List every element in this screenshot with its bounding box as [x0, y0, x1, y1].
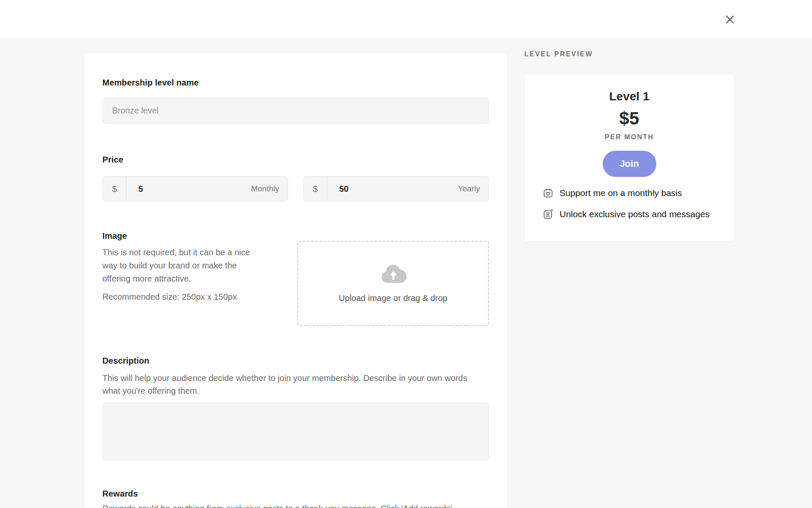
yearly-price-input[interactable]: $ 50 Yearly	[303, 176, 489, 202]
image-upload-dropzone[interactable]: Upload image or drag & drop	[297, 241, 489, 326]
dollar-sign-icon: $	[304, 177, 327, 201]
close-button[interactable]	[724, 13, 736, 26]
image-label: Image	[102, 231, 489, 241]
upload-label: Upload image or drag & drop	[339, 293, 447, 303]
membership-level-name-input[interactable]	[102, 98, 489, 124]
level-preview-card: Level 1 $5 PER MONTH Join Support me on …	[525, 75, 734, 241]
benefit-item-exclusive-posts: Unlock exclusive posts and messages	[543, 209, 716, 220]
cloud-upload-icon	[380, 264, 406, 283]
membership-level-form: Membership level name Price $ 5 Monthly …	[85, 53, 507, 508]
benefits-list: Support me on a monthly basis Unlock exc…	[525, 188, 734, 220]
modal-body: Membership level name Price $ 5 Monthly …	[0, 39, 812, 508]
yearly-period-label: Yearly	[458, 184, 488, 193]
preview-period: PER MONTH	[525, 133, 734, 141]
modal-header	[0, 0, 812, 39]
preview-level-title: Level 1	[525, 90, 734, 103]
yearly-price-value: 50	[327, 184, 348, 194]
price-label: Price	[102, 155, 489, 165]
dollar-sign-icon: $	[103, 177, 126, 201]
image-recommended-size: Recommended size: 250px x 150px	[102, 292, 272, 302]
monthly-period-label: Monthly	[251, 184, 288, 193]
monthly-price-value: 5	[126, 184, 143, 194]
benefit-text: Unlock exclusive posts and messages	[560, 209, 710, 219]
description-textarea[interactable]	[102, 403, 489, 461]
preview-price: $5	[525, 108, 734, 129]
join-button[interactable]: Join	[603, 151, 656, 177]
image-help-text: This is not required, but it can be a ni…	[102, 241, 272, 326]
benefit-text: Support me on a monthly basis	[560, 188, 682, 198]
close-icon	[724, 14, 736, 25]
calendar-heart-icon	[543, 188, 554, 199]
description-label: Description	[102, 356, 489, 366]
monthly-price-input[interactable]: $ 5 Monthly	[102, 176, 288, 202]
image-description: This is not required, but it can be a ni…	[102, 246, 264, 285]
level-preview-heading: LEVEL PREVIEW	[524, 50, 593, 58]
rewards-help-text: Rewards could be anything from exclusive…	[102, 502, 489, 508]
membership-level-name-label: Membership level name	[102, 77, 489, 88]
rewards-label: Rewards	[102, 489, 489, 499]
description-help-text: This will help your audience decide whet…	[102, 372, 485, 397]
benefit-item-monthly-support: Support me on a monthly basis	[543, 188, 716, 199]
note-sparkle-icon	[543, 209, 554, 220]
image-section-row: This is not required, but it can be a ni…	[102, 241, 489, 326]
price-inputs-row: $ 5 Monthly $ 50 Yearly	[102, 176, 489, 202]
